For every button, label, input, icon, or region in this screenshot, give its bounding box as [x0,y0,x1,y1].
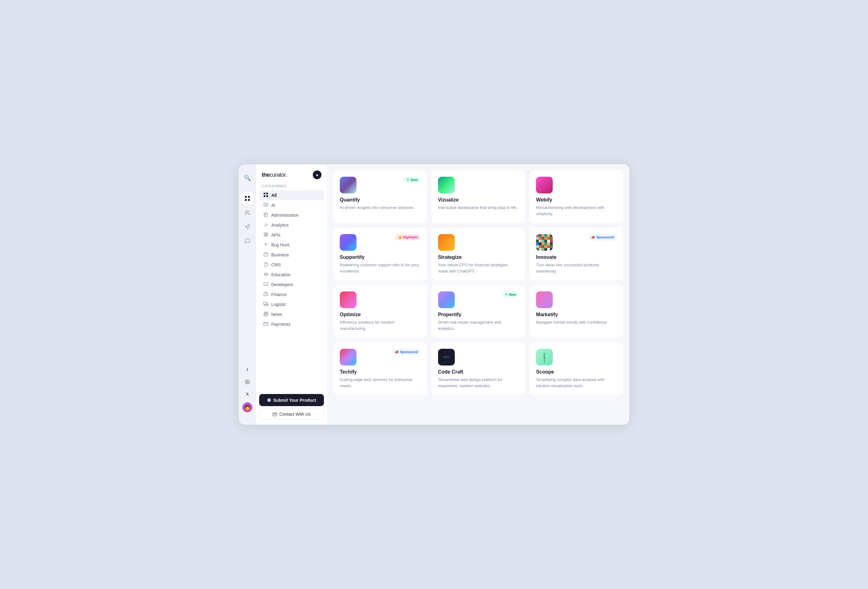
svg-rect-17 [264,235,265,236]
sidebar-item-ai-label: AI [271,203,275,208]
analytics-icon [263,222,269,228]
apis-icon [263,232,269,238]
marketify-desc: Navigate market trends with confidence. [536,319,617,326]
users-icon[interactable] [241,207,254,219]
instagram-link[interactable] [243,378,252,386]
sidebar-item-bughunt-label: Bug Hunt [271,242,289,247]
webify-desc: Revolutionizing web development with sim… [536,205,617,217]
sidebar-item-analytics-label: Analytics [271,223,289,227]
sidebar-item-administration-label: Administration [271,213,299,218]
sidebar-header: thecurator. ● [256,170,327,184]
strategize-title: Strategize [438,254,519,260]
supportify-icon [340,234,356,251]
card-optimize[interactable]: Optimize Efficiency solutions for modern… [334,285,427,338]
innovate-icon [536,234,553,251]
grid-icon[interactable] [241,192,254,205]
card-propertify[interactable]: New Propertify Smart real estate managem… [432,285,525,338]
cms-icon [263,262,269,267]
sidebar-item-business[interactable]: Business [259,250,324,260]
strategize-desc: Your virtual CFO for financial strategie… [438,262,519,274]
sidebar-item-analytics[interactable]: Analytics [259,220,324,230]
card-vizualize[interactable]: Vizualize Interactive dashboards that br… [432,170,525,223]
svg-rect-19 [264,253,268,256]
card-innovate[interactable]: 📣 Sponsored Innovate Turn ideas into suc… [530,228,623,280]
sidebar-item-developers[interactable]: Developers [259,280,324,289]
twitter-link[interactable]: 𝕏 [243,390,252,399]
propertify-icon [438,291,455,308]
sidebar-item-logistic[interactable]: Logistic [259,300,324,309]
submit-product-button[interactable]: ⊕ Submit Your Product [259,394,324,406]
icon-rail: 🔍 [239,164,256,425]
quantify-badge: New [404,177,421,183]
search-icon[interactable]: 🔍 [241,172,254,184]
svg-rect-8 [266,192,268,194]
webify-icon [536,177,553,193]
sidebar-item-education-label: Education [271,272,291,277]
svg-rect-24 [264,302,266,305]
svg-rect-18 [266,235,267,236]
card-scoope[interactable]: Scoope Simplifying complex data analysis… [530,342,623,395]
strategize-icon [438,234,455,251]
facebook-link[interactable]: f [243,365,252,374]
avatar[interactable]: 🧑 [242,402,252,412]
developers-icon [263,282,269,287]
sidebar-item-all[interactable]: All [259,190,324,200]
sidebar-item-payments-label: Payments [271,322,291,327]
optimize-title: Optimize [340,312,421,317]
svg-rect-11 [264,213,267,216]
supportify-title: Supportify [340,254,421,260]
techify-badge: 📣 Sponsored [392,349,421,355]
svg-rect-7 [264,192,265,194]
sidebar-item-ai[interactable]: AI [259,200,324,210]
card-marketify[interactable]: Marketify Navigate market trends with co… [530,285,623,338]
vizualize-icon [438,177,455,193]
payments-icon [263,322,269,327]
svg-rect-15 [264,233,265,234]
sidebar-item-bughunt[interactable]: Bug Hunt [259,240,324,250]
sidebar-item-finance[interactable]: Finance [259,289,324,300]
vizualize-desc: Interactive dashboards that bring data t… [438,205,519,211]
sidebar-item-news[interactable]: News [259,309,324,319]
cards-grid: New Quantify AI-driven insights into con… [334,170,623,395]
megaphone-icon[interactable] [241,221,254,233]
svg-rect-1 [248,196,250,198]
card-strategize[interactable]: Strategize Your virtual CFO for financia… [432,228,525,280]
card-techify[interactable]: 📣 Sponsored Techify Cutting-edge tech se… [334,342,427,395]
svg-rect-3 [248,199,250,201]
svg-point-4 [246,211,248,213]
card-supportify[interactable]: 👍 Highlight Supportify Redefining custom… [334,228,427,280]
quantify-title: Quantify [340,197,421,203]
card-codecraft[interactable]: </> Code Craft Streamlined web design pl… [432,342,525,395]
back-button[interactable]: ● [313,170,322,179]
sidebar-item-payments[interactable]: Payments [259,319,324,329]
sidebar-item-business-label: Business [271,252,289,257]
marketify-icon [536,291,553,308]
sidebar-item-education[interactable]: Education [259,270,324,280]
administration-icon [263,213,269,218]
sidebar-item-cms[interactable]: CMS [259,260,324,270]
finance-icon [263,292,269,297]
business-icon [263,252,269,258]
svg-point-26 [267,305,267,306]
sidebar-item-administration[interactable]: Administration [259,210,324,220]
card-webify[interactable]: Webify Revolutionizing web development w… [530,170,623,223]
card-quantify[interactable]: New Quantify AI-driven insights into con… [334,170,427,223]
sidebar-item-apis[interactable]: APIs [259,230,324,240]
sidebar-item-all-label: All [271,193,277,198]
innovate-title: Innovate [536,254,617,260]
svg-rect-5 [245,380,249,384]
all-icon [263,192,269,198]
optimize-desc: Efficiency solutions for modern manufact… [340,319,421,331]
sidebar-item-developers-label: Developers [271,282,293,287]
main-content: New Quantify AI-driven insights into con… [327,164,629,425]
chat-icon[interactable] [241,235,254,247]
quantify-icon [340,177,356,193]
sidebar-item-logistic-label: Logistic [271,302,286,307]
propertify-desc: Smart real estate management and analyti… [438,319,519,331]
vizualize-title: Vizualize [438,197,519,203]
nav-list: All AI Adm [256,190,327,390]
logistic-icon [263,302,269,307]
propertify-title: Propertify [438,312,519,317]
contact-us-button[interactable]: Contact With Us [259,409,324,420]
news-icon [263,311,269,317]
